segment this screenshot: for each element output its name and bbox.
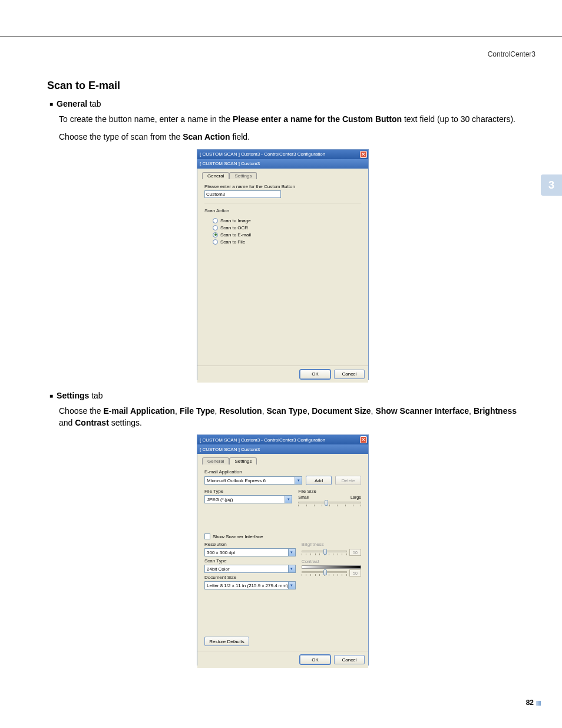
dropdown-value: 24bit Color	[207, 566, 230, 572]
radio-scan-to-image[interactable]: Scan to Image	[213, 218, 361, 223]
filetype-label: File Type	[204, 489, 292, 494]
slider-thumb-icon	[323, 549, 327, 555]
dialog-general-subtitle: [ CUSTOM SCAN ] Custom3	[200, 161, 260, 166]
para-button-name: To create the button name, enter a name …	[59, 113, 518, 125]
radio-icon	[213, 239, 218, 245]
filesize-slider[interactable]	[298, 502, 361, 503]
para-settings-desc: Choose the E-mail Application, File Type…	[59, 405, 518, 429]
ok-button[interactable]: OK	[300, 370, 330, 379]
radio-label: Scan to E-mail	[220, 232, 251, 238]
tab-strip: General Settings	[202, 457, 363, 465]
dialog-general-titlebar: [ CUSTOM SCAN ] Custom3 - ControlCenter3…	[197, 150, 368, 159]
chevron-down-icon: ▾	[285, 496, 292, 503]
radio-scan-to-email[interactable]: Scan to E-mail	[213, 232, 361, 238]
radio-label: Scan to OCR	[220, 225, 248, 230]
tab-settings[interactable]: Settings	[229, 457, 257, 465]
dialog-general: [ CUSTOM SCAN ] Custom3 - ControlCenter3…	[197, 149, 369, 380]
contrast-value: 50	[349, 569, 361, 577]
dialog-settings-body: General Settings E-mail Application Micr…	[197, 454, 368, 651]
radio-icon	[213, 218, 218, 223]
tab-general[interactable]: General	[202, 172, 229, 179]
tab-strip: General Settings	[202, 172, 363, 179]
bullet-general: ■ General tab	[49, 99, 518, 110]
cancel-button[interactable]: Cancel	[334, 655, 365, 664]
dropdown-value: 300 x 300 dpi	[207, 550, 235, 555]
resolution-dropdown[interactable]: 300 x 300 dpi ▾	[204, 548, 296, 556]
tab-settings[interactable]: Settings	[229, 172, 257, 179]
show-scanner-label: Show Scanner Interface	[213, 534, 263, 539]
dialog-settings-subtitle: [ CUSTOM SCAN ] Custom3	[200, 447, 260, 452]
resolution-label: Resolution	[204, 542, 296, 547]
filesize-small: Small	[298, 495, 309, 499]
chapter-tab: 3	[541, 174, 562, 196]
filesize-large: Large	[351, 495, 361, 499]
general-panel: Please enter a name for the Custom Butto…	[202, 180, 363, 250]
custom-name-label: Please enter a name for the Custom Butto…	[204, 184, 361, 189]
chevron-down-icon: ▾	[288, 565, 295, 572]
page-number: 82	[526, 699, 534, 707]
email-app-dropdown[interactable]: Microsoft Outlook Express 6 ▾	[204, 476, 302, 485]
cancel-button[interactable]: Cancel	[334, 370, 365, 379]
contrast-slider[interactable]	[302, 571, 347, 573]
email-app-label: E-mail Application	[204, 469, 361, 475]
ticks	[298, 505, 361, 508]
chevron-down-icon: ▾	[288, 582, 295, 589]
close-icon[interactable]: ✕	[360, 151, 367, 158]
dialog-settings-titlebar: [ CUSTOM SCAN ] Custom3 - ControlCenter3…	[197, 435, 368, 444]
filetype-dropdown[interactable]: JPEG (*.jpg) ▾	[204, 495, 292, 503]
bullet-settings-text: Settings tab	[57, 391, 103, 401]
scan-action-label: Scan Action	[204, 208, 361, 213]
scantype-label: Scan Type	[204, 558, 296, 564]
dialog-settings-button-bar: OK Cancel	[197, 651, 368, 668]
page-marker-icon	[536, 701, 541, 706]
radio-label: Scan to Image	[220, 218, 251, 223]
dropdown-value: Microsoft Outlook Express 6	[207, 478, 266, 483]
custom-name-input[interactable]: Custom3	[204, 190, 281, 198]
dialog-settings-subtitle-bar: [ CUSTOM SCAN ] Custom3	[197, 444, 368, 454]
dialog-general-body: General Settings Please enter a name for…	[197, 169, 368, 365]
slider-thumb-icon	[325, 500, 328, 506]
docsize-label: Document Size	[204, 575, 296, 580]
brightness-slider[interactable]	[302, 551, 347, 552]
ok-button[interactable]: OK	[300, 655, 330, 664]
brightness-label: Brightness	[302, 542, 361, 547]
settings-panel: E-mail Application Microsoft Outlook Exp…	[202, 466, 363, 593]
bullet-general-text: General tab	[57, 99, 101, 110]
close-icon[interactable]: ✕	[360, 436, 367, 443]
docsize-dropdown[interactable]: Letter 8 1/2 x 11 in (215.9 x 279.4 mm) …	[204, 581, 296, 589]
dropdown-value: JPEG (*.jpg)	[207, 497, 233, 502]
dialog-general-subtitle-bar: [ CUSTOM SCAN ] Custom3	[197, 159, 368, 169]
radio-icon	[213, 232, 218, 238]
bullet-settings: ■ Settings tab	[49, 391, 518, 401]
scantype-dropdown[interactable]: 24bit Color ▾	[204, 565, 296, 573]
bullet-square-icon: ■	[49, 391, 53, 401]
delete-button[interactable]: Delete	[335, 476, 361, 485]
chevron-down-icon: ▾	[288, 549, 295, 556]
bullet-square-icon: ■	[49, 99, 53, 110]
radio-icon	[213, 225, 218, 230]
dialog-general-button-bar: OK Cancel	[197, 365, 368, 383]
top-rule	[0, 37, 562, 37]
contrast-label: Contrast	[302, 559, 361, 564]
slider-thumb-icon	[323, 569, 327, 575]
show-scanner-row[interactable]: Show Scanner Interface	[204, 533, 361, 539]
radio-scan-to-ocr[interactable]: Scan to OCR	[213, 225, 361, 230]
radio-label: Scan to File	[220, 239, 245, 245]
content-area: Scan to E-mail ■ General tab To create t…	[47, 80, 518, 676]
header-app-name: ControlCenter3	[488, 50, 535, 58]
dialog-general-title: [ CUSTOM SCAN ] Custom3 - ControlCenter3…	[200, 151, 325, 157]
divider	[204, 203, 361, 203]
dropdown-value: Letter 8 1/2 x 11 in (215.9 x 279.4 mm)	[207, 583, 288, 588]
filesize-label: File Size	[298, 489, 361, 494]
section-title: Scan to E-mail	[47, 80, 518, 92]
dialog-settings-title: [ CUSTOM SCAN ] Custom3 - ControlCenter3…	[200, 437, 325, 443]
scan-action-radios: Scan to Image Scan to OCR Scan to E-mail…	[213, 218, 361, 245]
para-scan-action: Choose the type of scan from the Scan Ac…	[59, 131, 518, 143]
restore-defaults-button[interactable]: Restore Defaults	[204, 637, 249, 646]
add-button[interactable]: Add	[306, 476, 332, 485]
brightness-value: 50	[349, 549, 361, 556]
tab-general[interactable]: General	[202, 457, 229, 465]
checkbox-icon	[204, 533, 210, 539]
radio-scan-to-file[interactable]: Scan to File	[213, 239, 361, 245]
chevron-down-icon: ▾	[295, 477, 302, 484]
